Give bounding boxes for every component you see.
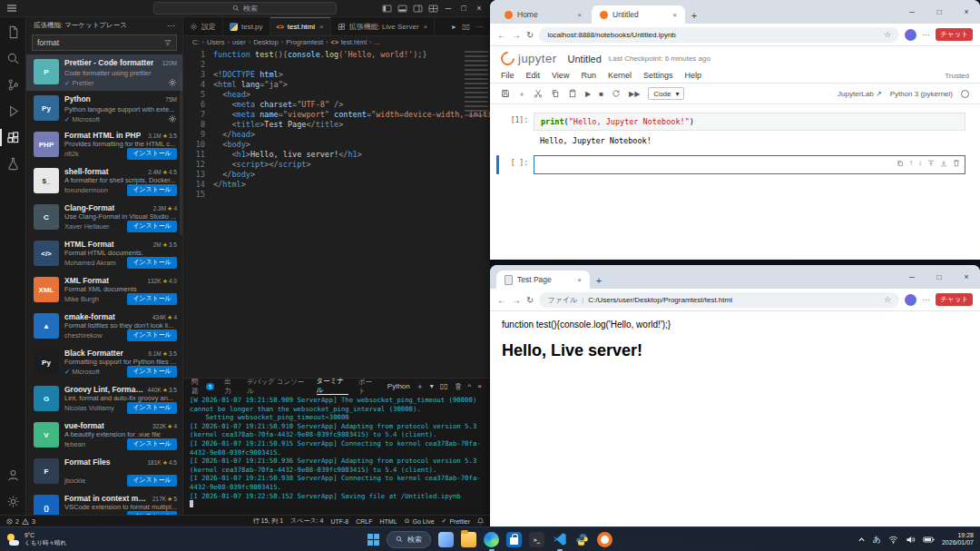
start-button[interactable]: [368, 534, 379, 546]
favorite-star-icon[interactable]: ☆: [884, 30, 891, 39]
problems-status[interactable]: 2 3: [6, 518, 35, 525]
tab-live-server-extension[interactable]: 拡張機能: Live Server ×: [331, 17, 436, 35]
close-tab-icon[interactable]: ×: [672, 11, 677, 19]
paste-icon[interactable]: [568, 89, 577, 98]
cell-type-dropdown[interactable]: Code▾: [648, 87, 684, 100]
cut-icon[interactable]: [534, 89, 543, 98]
extension-list-item[interactable]: GGroovy Lint, Format...440K ★3.5Lint, fo…: [26, 381, 182, 418]
editor-more-icon[interactable]: ···: [476, 23, 484, 31]
stop-kernel-icon[interactable]: ■: [599, 90, 603, 98]
tab-problems[interactable]: 問題5: [191, 379, 214, 394]
run-debug-icon[interactable]: [0, 98, 25, 124]
cell-editor[interactable]: ↑ ↓: [534, 155, 965, 174]
install-button[interactable]: インストール: [127, 257, 177, 269]
install-button[interactable]: インストール: [127, 438, 177, 450]
install-button[interactable]: インストール: [127, 475, 177, 487]
insert-cell-below-icon[interactable]: [940, 160, 947, 167]
eol[interactable]: CRLF: [356, 518, 372, 525]
run-preview-icon[interactable]: ▸: [452, 23, 456, 31]
maximize-button[interactable]: □: [926, 265, 953, 289]
run-cell-icon[interactable]: ▶: [585, 90, 591, 98]
install-button[interactable]: インストール: [127, 148, 177, 160]
shell-label[interactable]: Python: [387, 382, 410, 390]
extensions-search-input[interactable]: [37, 38, 161, 47]
split-terminal-icon[interactable]: ▯▯: [440, 382, 448, 390]
favorite-star-icon[interactable]: ☆: [884, 295, 891, 304]
extensions-search-box[interactable]: [32, 34, 177, 51]
tab-output[interactable]: 出力: [224, 379, 237, 394]
code-editor[interactable]: 1function test(){console.log('Hello, wor…: [183, 48, 490, 378]
refresh-icon[interactable]: ↻: [526, 30, 534, 40]
search-icon[interactable]: [0, 45, 25, 72]
extension-list-item[interactable]: XMLXML Format132K ★4.0Format XML documen…: [26, 272, 182, 309]
forward-icon[interactable]: →: [512, 295, 521, 305]
command-center-search[interactable]: 検索: [153, 2, 337, 15]
tab-ports[interactable]: ポート: [358, 379, 377, 394]
maximize-button[interactable]: □: [926, 0, 953, 24]
chevron-down-icon[interactable]: ▾: [430, 382, 434, 390]
new-tab-button[interactable]: +: [687, 7, 701, 24]
browser-tab-testpage[interactable]: Test Page ×: [496, 271, 590, 289]
run-all-icon[interactable]: ▶▶: [629, 90, 640, 98]
menu-settings[interactable]: Settings: [643, 71, 673, 80]
address-bar[interactable]: ファイル | C:/Users/user/Desktop/Programtest…: [539, 292, 899, 308]
sidebar-more-icon[interactable]: ···: [167, 21, 175, 30]
install-button[interactable]: インストール: [127, 221, 177, 232]
install-button[interactable]: インストール: [127, 511, 177, 515]
new-terminal-icon[interactable]: ＋: [416, 381, 424, 391]
terminal[interactable]: [W 2026-01-07 19:21:50.909 ServerApp] Th…: [183, 394, 490, 515]
tray-chevron-up-icon[interactable]: [858, 536, 866, 544]
install-button[interactable]: インストール: [127, 402, 177, 414]
go-live-button[interactable]: ⊙Go Live: [405, 517, 435, 525]
extension-list-item[interactable]: PyBlack Formatter9.1M ★3.5Formatting sup…: [26, 345, 182, 381]
taskbar-search[interactable]: 検索: [387, 531, 431, 548]
browser-tab-home[interactable]: Home ×: [496, 5, 590, 24]
manage-gear-icon[interactable]: [168, 78, 177, 87]
minimize-button[interactable]: ─: [898, 0, 926, 24]
extension-list-item[interactable]: PPrettier - Code formatter120MCode forma…: [26, 54, 182, 91]
close-tab-icon[interactable]: ×: [577, 11, 582, 19]
kill-terminal-icon[interactable]: [455, 382, 462, 390]
close-button[interactable]: ×: [472, 1, 486, 15]
taskbar-app-python[interactable]: [574, 532, 590, 547]
refresh-icon[interactable]: ↻: [526, 295, 534, 305]
taskbar-app-terminal[interactable]: >_: [529, 532, 544, 547]
extension-list-item[interactable]: </>HTML Format2M ★3.5Format HTML documen…: [26, 236, 182, 272]
close-tab-icon[interactable]: ×: [424, 23, 428, 31]
menu-file[interactable]: File: [501, 71, 514, 80]
extensions-icon[interactable]: [0, 124, 25, 151]
extension-list-item[interactable]: $_shell-format2.4M ★4.5A formatter for s…: [26, 163, 182, 200]
settings-gear-icon[interactable]: [0, 488, 25, 515]
kernel-name[interactable]: Python 3 (pykernel): [890, 90, 953, 98]
menu-edit[interactable]: Edit: [526, 71, 541, 80]
encoding[interactable]: UTF-8: [330, 518, 348, 525]
taskbar-app-file-explorer[interactable]: [461, 532, 476, 547]
tab-terminal[interactable]: ターミナル: [317, 379, 348, 395]
close-tab-icon[interactable]: ×: [577, 276, 582, 284]
explorer-icon[interactable]: [0, 19, 25, 45]
tab-test-html[interactable]: <> test.html ×: [270, 17, 331, 35]
tab-settings[interactable]: 設定: [183, 17, 223, 35]
address-bar[interactable]: localhost:8888/notebooks/Untitled.ipynb …: [539, 27, 899, 43]
toggle-sidebar-icon[interactable]: [379, 1, 394, 15]
install-button[interactable]: インストール: [127, 330, 177, 341]
testing-icon[interactable]: [0, 151, 25, 177]
taskbar-app-edge[interactable]: [484, 532, 499, 547]
taskbar-app-jupyter[interactable]: [597, 532, 612, 547]
chat-button[interactable]: チャット: [936, 293, 973, 306]
profile-avatar[interactable]: [905, 294, 916, 306]
source-control-icon[interactable]: [0, 72, 25, 98]
taskbar-app-vscode[interactable]: [552, 532, 567, 547]
insert-cell-icon[interactable]: ＋: [518, 89, 525, 99]
prettier-status[interactable]: ✓Prettier: [442, 517, 470, 525]
maximize-button[interactable]: □: [456, 1, 471, 15]
extension-list-item[interactable]: ▲cmake-format434K ★4Format listfiles so …: [26, 309, 182, 345]
forward-icon[interactable]: →: [512, 30, 521, 40]
menu-icon[interactable]: [7, 5, 16, 12]
cursor-position[interactable]: 行 15, 列 1: [253, 517, 283, 526]
code-cell-2-selected[interactable]: [ ]: ↑ ↓: [505, 155, 965, 174]
code-cell-1[interactable]: [1]: print("Hello, Jupyter Notebook!"): [505, 113, 965, 131]
install-button[interactable]: インストール: [127, 184, 177, 196]
extension-list-item[interactable]: {}Format in context me...217K ★5VSCode e…: [26, 490, 182, 515]
minimize-button[interactable]: ─: [441, 1, 456, 15]
